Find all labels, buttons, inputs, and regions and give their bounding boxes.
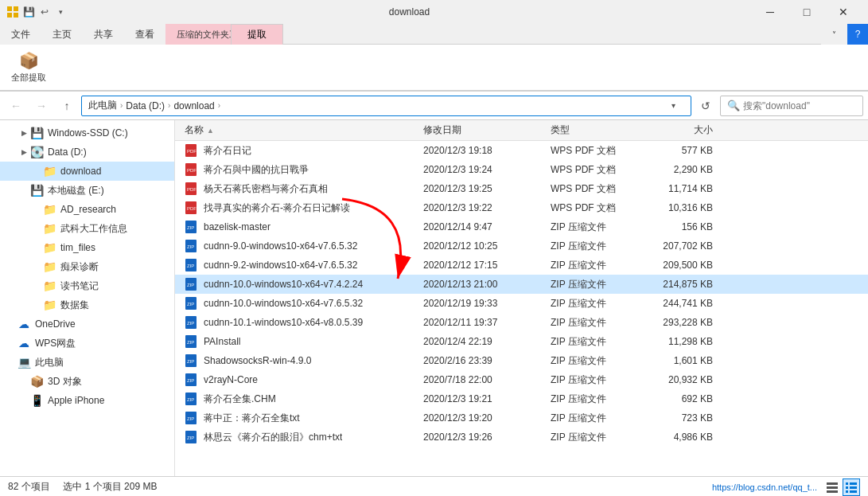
sidebar-item-3[interactable]: 💾本地磁盘 (E:) xyxy=(0,181,174,200)
file-date-1: 2020/12/3 19:24 xyxy=(417,164,544,175)
sidebar-item-9[interactable]: 📁数据集 xyxy=(0,295,174,314)
file-name-col-9: ZIPcudnn-10.1-windows10-x64-v8.0.5.39 xyxy=(178,316,417,329)
sidebar-item-14[interactable]: 📱Apple iPhone xyxy=(0,391,174,410)
table-row[interactable]: ZIPv2rayN-Core2020/7/18 22:00ZIP 压缩文件20,… xyxy=(175,370,868,389)
sidebar-label-13: 3D 对象 xyxy=(48,375,82,389)
svg-rect-36 xyxy=(827,482,838,485)
sidebar-icon-7: 📁 xyxy=(43,260,56,273)
sidebar-item-10[interactable]: ☁OneDrive xyxy=(0,314,174,334)
table-row[interactable]: ZIP林思云《蒋介石的眼泪》chm+txt2020/12/3 19:26ZIP … xyxy=(175,428,868,447)
tab-help[interactable]: ? xyxy=(847,24,868,45)
sort-asc: ▲ xyxy=(207,127,214,135)
expand-arrow-1[interactable]: ▶ xyxy=(19,147,29,157)
sidebar-icon-6: 📁 xyxy=(43,241,56,254)
sidebar-item-13[interactable]: 📦3D 对象 xyxy=(0,372,174,391)
search-box[interactable]: 🔍 xyxy=(720,96,863,116)
table-row[interactable]: ZIPbazelisk-master2020/12/14 9:47ZIP 压缩文… xyxy=(175,217,868,236)
sidebar-item-4[interactable]: 📁AD_research xyxy=(0,200,174,219)
sidebar-item-7[interactable]: 📁痴呆诊断 xyxy=(0,257,174,276)
save-icon[interactable]: 💾 xyxy=(22,6,35,18)
file-date-6: 2020/12/12 17:15 xyxy=(417,260,544,271)
col-header-name[interactable]: 名称 ▲ xyxy=(178,123,417,137)
address-path[interactable]: 此电脑 › Data (D:) › download › ▾ xyxy=(81,96,691,116)
path-drive[interactable]: Data (D:) xyxy=(126,100,165,111)
svg-rect-44 xyxy=(850,490,857,493)
svg-text:ZIP: ZIP xyxy=(187,435,194,440)
dropdown-icon[interactable]: ▾ xyxy=(54,6,67,18)
zip-icon: ZIP xyxy=(185,221,197,233)
tab-view[interactable]: 查看 xyxy=(124,24,165,45)
sidebar-item-11[interactable]: ☁WPS网盘 xyxy=(0,334,174,353)
sidebar-item-6[interactable]: 📁tim_files xyxy=(0,238,174,257)
tab-expand[interactable]: ˅ xyxy=(821,24,847,45)
search-input[interactable] xyxy=(743,100,856,111)
details-view-button[interactable] xyxy=(843,478,860,496)
col-header-size[interactable]: 大小 xyxy=(640,123,719,137)
tab-share[interactable]: 共享 xyxy=(83,24,124,45)
table-row[interactable]: PDF蒋介石與中國的抗日戰爭2020/12/3 19:24WPS PDF 文档2… xyxy=(175,160,868,179)
svg-rect-38 xyxy=(827,490,838,493)
table-row[interactable]: PDF蒋介石日记2020/12/3 19:18WPS PDF 文档577 KB xyxy=(175,141,868,160)
file-date-4: 2020/12/14 9:47 xyxy=(417,221,544,232)
svg-text:PDF: PDF xyxy=(187,187,197,192)
window-title: download xyxy=(67,6,752,18)
col-header-type[interactable]: 类型 xyxy=(544,123,640,137)
path-folder[interactable]: download xyxy=(173,100,214,111)
file-name-4: bazelisk-master xyxy=(204,221,271,232)
sidebar-icon-9: 📁 xyxy=(43,299,56,311)
sidebar-label-8: 读书笔记 xyxy=(60,279,99,293)
expand-arrow-0[interactable]: ▶ xyxy=(19,128,29,138)
svg-rect-39 xyxy=(846,482,848,485)
table-row[interactable]: ZIPcudnn-9.0-windows10-x64-v7.6.5.322020… xyxy=(175,236,868,256)
extract-all-button[interactable]: 📦 全部提取 xyxy=(6,47,51,88)
sidebar-item-1[interactable]: ▶💽Data (D:) xyxy=(0,143,174,162)
status-link[interactable]: https://blog.csdn.net/qq_t... xyxy=(712,482,817,492)
close-button[interactable]: ✕ xyxy=(825,0,862,24)
address-dropdown[interactable]: ▾ xyxy=(662,95,684,117)
sidebar-item-12[interactable]: 💻此电脑 xyxy=(0,353,174,372)
sidebar-label-4: AD_research xyxy=(60,204,116,215)
sidebar-item-5[interactable]: 📁武科大工作信息 xyxy=(0,219,174,238)
address-bar: ← → ↑ 此电脑 › Data (D:) › download › ▾ ↺ 🔍 xyxy=(0,92,868,120)
svg-text:ZIP: ZIP xyxy=(187,283,194,287)
refresh-button[interactable]: ↺ xyxy=(695,95,717,117)
file-list-body: PDF蒋介石日记2020/12/3 19:18WPS PDF 文档577 KBP… xyxy=(175,141,868,476)
file-size-0: 577 KB xyxy=(640,145,719,156)
back-button[interactable]: ← xyxy=(5,95,27,117)
file-date-14: 2020/12/3 19:20 xyxy=(417,412,544,424)
file-name-col-1: PDF蒋介石與中國的抗日戰爭 xyxy=(178,163,417,177)
sidebar-item-0[interactable]: ▶💾Windows-SSD (C:) xyxy=(0,123,174,143)
file-date-8: 2020/12/19 19:33 xyxy=(417,298,544,309)
tab-file[interactable]: 文件 xyxy=(0,24,41,45)
sidebar-label-2: download xyxy=(60,166,101,177)
sidebar-label-11: WPS网盘 xyxy=(35,337,76,350)
sidebar-item-8[interactable]: 📁读书笔记 xyxy=(0,276,174,295)
zip-icon: ZIP xyxy=(185,393,197,405)
undo-icon[interactable]: ↩ xyxy=(38,6,51,18)
table-row[interactable]: ZIP蒋介石全集.CHM2020/12/3 19:21ZIP 压缩文件692 K… xyxy=(175,389,868,408)
table-row[interactable]: ZIP蒋中正：蒋介石全集txt2020/12/3 19:20ZIP 压缩文件72… xyxy=(175,408,868,428)
sidebar-item-2[interactable]: 📁download xyxy=(0,162,174,181)
col-header-date[interactable]: 修改日期 xyxy=(417,123,544,137)
maximize-button[interactable]: □ xyxy=(788,0,825,24)
svg-rect-0 xyxy=(7,6,12,11)
table-row[interactable]: ZIPcudnn-9.2-windows10-x64-v7.6.5.322020… xyxy=(175,256,868,275)
file-type-10: ZIP 压缩文件 xyxy=(544,335,640,349)
table-row[interactable]: ZIPPAInstall2020/12/4 22:19ZIP 压缩文件11,29… xyxy=(175,332,868,351)
up-button[interactable]: ↑ xyxy=(56,95,78,117)
list-view-button[interactable] xyxy=(823,478,841,496)
path-computer[interactable]: 此电脑 xyxy=(88,99,117,112)
sidebar-label-9: 数据集 xyxy=(60,299,89,312)
svg-text:ZIP: ZIP xyxy=(187,244,194,249)
table-row[interactable]: ZIPcudnn-10.0-windows10-x64-v7.4.2.24202… xyxy=(175,275,868,294)
table-row[interactable]: ZIPcudnn-10.0-windows10-x64-v7.6.5.32202… xyxy=(175,294,868,313)
tab-home[interactable]: 主页 xyxy=(41,24,83,45)
table-row[interactable]: PDF杨天石蒋氏密档与蒋介石真相2020/12/3 19:25WPS PDF 文… xyxy=(175,179,868,198)
sidebar: ▶💾Windows-SSD (C:)▶💽Data (D:)📁download💾本… xyxy=(0,120,175,476)
forward-button[interactable]: → xyxy=(30,95,53,117)
table-row[interactable]: ZIPcudnn-10.1-windows10-x64-v8.0.5.39202… xyxy=(175,313,868,332)
minimize-button[interactable]: ─ xyxy=(752,0,788,24)
table-row[interactable]: PDF找寻真实的蒋介石-蒋介石日记解读2020/12/3 19:22WPS PD… xyxy=(175,198,868,217)
sidebar-icon-11: ☁ xyxy=(18,337,30,350)
table-row[interactable]: ZIPShadowsocksR-win-4.9.02020/2/16 23:39… xyxy=(175,351,868,370)
